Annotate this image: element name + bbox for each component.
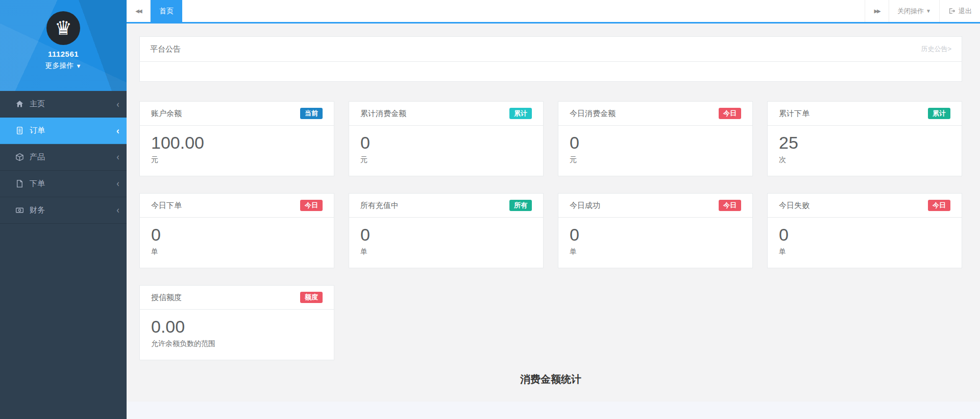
announcement-panel: 平台公告 历史公告> xyxy=(139,36,962,82)
chevron-left-icon: ‹ xyxy=(116,125,119,136)
card-unit: 元 xyxy=(151,155,323,165)
status-badge: 今日 xyxy=(928,200,950,211)
main-area: ◀◀ 首页 ▶▶ 关闭操作 ▼ 退出 xyxy=(127,0,980,419)
card-unit: 单 xyxy=(151,247,323,257)
card-today-consumption: 今日消费金额 今日 0 元 xyxy=(558,101,753,176)
card-today-success: 今日成功 今日 0 单 xyxy=(558,193,753,268)
announcement-header: 平台公告 历史公告> xyxy=(140,37,962,62)
status-badge: 所有 xyxy=(509,200,532,211)
card-total-consumption: 累计消费金额 累计 0 元 xyxy=(349,101,544,176)
card-title: 今日消费金额 xyxy=(570,109,616,119)
finance-icon xyxy=(15,206,24,215)
card-title: 今日成功 xyxy=(570,201,600,211)
card-title: 今日失败 xyxy=(779,201,810,211)
consumption-chart-title: 消费金额统计 xyxy=(139,373,962,386)
status-badge: 今日 xyxy=(300,200,323,211)
home-icon xyxy=(15,100,24,108)
card-title: 累计下单 xyxy=(779,109,810,119)
close-actions-dropdown[interactable]: 关闭操作 ▼ xyxy=(889,0,939,22)
card-value: 0 xyxy=(570,224,741,245)
topbar-right: ▶▶ 关闭操作 ▼ 退出 xyxy=(865,0,980,22)
card-account-balance: 账户余额 当前 100.00 元 xyxy=(139,101,334,176)
username: 1112561 xyxy=(0,50,127,58)
sidebar-profile: ♛ 1112561 更多操作 ▼ xyxy=(0,0,127,91)
products-icon xyxy=(15,153,24,161)
card-total-orders: 累计下单 累计 25 次 xyxy=(767,101,962,176)
card-unit: 单 xyxy=(779,247,950,257)
sidebar-item-products[interactable]: 产品 ‹ xyxy=(0,144,127,171)
sidebar-item-orders[interactable]: 订单 ‹ xyxy=(0,118,127,144)
card-title: 所有充值中 xyxy=(360,201,399,211)
chevron-left-icon: ‹ xyxy=(116,151,119,163)
double-left-arrow-icon: ◀◀ xyxy=(135,8,141,14)
sidebar: ♛ 1112561 更多操作 ▼ 主页 ‹ 订单 xyxy=(0,0,127,419)
double-right-arrow-icon: ▶▶ xyxy=(874,8,879,14)
caret-down-icon: ▼ xyxy=(76,63,82,69)
sidebar-item-place-order[interactable]: 下单 ‹ xyxy=(0,171,127,197)
card-unit: 次 xyxy=(779,155,950,165)
card-unit: 单 xyxy=(570,247,741,257)
chevron-left-icon: ‹ xyxy=(116,178,119,190)
card-credit-limit: 授信额度 额度 0.00 允许余额负数的范围 xyxy=(139,285,334,360)
chart-area-strip xyxy=(127,402,980,419)
announcement-body xyxy=(140,62,962,81)
sidebar-item-home[interactable]: 主页 ‹ xyxy=(0,91,127,118)
card-value: 0 xyxy=(360,132,532,153)
status-badge: 累计 xyxy=(509,108,532,119)
more-actions-dropdown[interactable]: 更多操作 ▼ xyxy=(0,61,127,71)
sidebar-nav: 主页 ‹ 订单 ‹ 产品 ‹ xyxy=(0,91,127,224)
card-value: 0 xyxy=(570,132,741,153)
card-all-recharging: 所有充值中 所有 0 单 xyxy=(349,193,544,268)
orders-icon xyxy=(15,126,24,135)
history-announcements-link[interactable]: 历史公告> xyxy=(921,44,951,54)
scroll-tabs-right-button[interactable]: ▶▶ xyxy=(865,0,889,22)
card-unit: 单 xyxy=(360,247,532,257)
logout-button[interactable]: 退出 xyxy=(939,0,980,22)
card-unit: 元 xyxy=(360,155,532,165)
chevron-left-icon: ‹ xyxy=(116,98,119,110)
topbar: ◀◀ 首页 ▶▶ 关闭操作 ▼ 退出 xyxy=(127,0,980,24)
card-title: 累计消费金额 xyxy=(360,109,406,119)
tab-home[interactable]: 首页 xyxy=(151,0,182,22)
status-badge: 当前 xyxy=(300,108,323,119)
card-value: 100.00 xyxy=(151,132,323,153)
crown-logo-icon: ♛ xyxy=(55,18,72,38)
scroll-tabs-left-button[interactable]: ◀◀ xyxy=(127,0,151,22)
card-value: 0 xyxy=(779,224,950,245)
card-value: 0 xyxy=(151,224,323,245)
card-title: 账户余额 xyxy=(151,109,182,119)
card-value: 25 xyxy=(779,132,950,153)
card-value: 0.00 xyxy=(151,316,323,337)
card-unit: 允许余额负数的范围 xyxy=(151,339,323,348)
status-badge: 今日 xyxy=(719,108,741,119)
card-title: 授信额度 xyxy=(151,293,182,302)
status-badge: 今日 xyxy=(719,200,741,211)
caret-down-icon: ▼ xyxy=(926,8,931,14)
card-title: 今日下单 xyxy=(151,201,182,211)
sidebar-item-finance[interactable]: 财务 ‹ xyxy=(0,197,127,224)
place-order-icon xyxy=(15,179,24,188)
status-badge: 额度 xyxy=(300,292,323,303)
tab-bar: ◀◀ 首页 xyxy=(127,0,182,22)
card-unit: 元 xyxy=(570,155,741,165)
content: 平台公告 历史公告> 账户余额 当前 100.00 元 xyxy=(127,36,980,386)
avatar[interactable]: ♛ xyxy=(46,11,80,45)
card-value: 0 xyxy=(360,224,532,245)
card-today-orders: 今日下单 今日 0 单 xyxy=(139,193,334,268)
chevron-left-icon: ‹ xyxy=(116,204,119,216)
status-badge: 累计 xyxy=(928,108,950,119)
stat-cards-grid: 账户余额 当前 100.00 元 累计消费金额 累计 0 元 xyxy=(139,101,962,360)
sign-out-icon xyxy=(948,7,955,15)
app-window: ♛ 1112561 更多操作 ▼ 主页 ‹ 订单 xyxy=(0,0,980,419)
announcement-title: 平台公告 xyxy=(150,44,181,54)
card-today-failed: 今日失败 今日 0 单 xyxy=(767,193,962,268)
